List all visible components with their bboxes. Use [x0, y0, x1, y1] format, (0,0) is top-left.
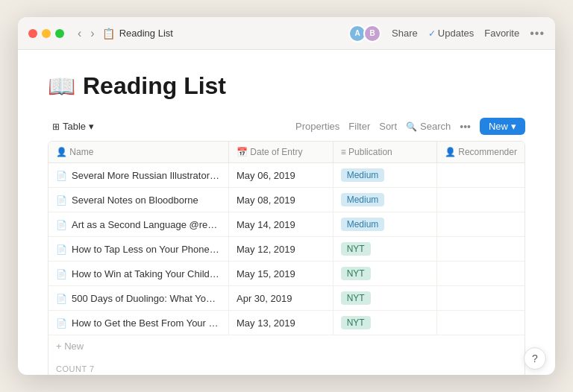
cell-name: 📄500 Days of Duolingo: What You Car — [48, 286, 229, 311]
help-button[interactable]: ? — [524, 347, 546, 370]
cell-publication: Medium — [333, 188, 436, 212]
table-row[interactable]: 📄500 Days of Duolingo: What You Car Apr … — [48, 286, 525, 311]
updates-label: Updates — [438, 28, 474, 39]
table-row[interactable]: 📄How to Tap Less on Your Phone (but May … — [48, 237, 525, 262]
minimize-button[interactable] — [42, 29, 51, 38]
cell-recommender — [436, 212, 525, 237]
titlebar-right: A B Share ✓ Updates Favorite ••• — [348, 25, 545, 42]
new-label: New — [489, 121, 508, 132]
cell-date: Apr 30, 2019 — [229, 286, 334, 311]
close-button[interactable] — [28, 29, 37, 38]
cell-publication: NYT — [333, 262, 436, 286]
page-title-text: Reading List — [83, 72, 226, 100]
count-row: COUNT 7 — [48, 357, 525, 375]
cell-name: 📄How to Get the Best From Your Imm — [48, 311, 229, 335]
cell-publication: Medium — [333, 212, 436, 237]
fullscreen-button[interactable] — [55, 29, 64, 38]
cell-date: May 13, 2019 — [229, 311, 334, 335]
table-header-row: 👤 Name 📅 Date of Entry ≡ Publication — [48, 142, 525, 163]
breadcrumb: 📋 Reading List — [102, 28, 173, 39]
cell-recommender — [436, 286, 525, 311]
search-icon: 🔍 — [406, 121, 417, 132]
app-window: ‹ › 📋 Reading List A B Share ✓ Updates F… — [18, 17, 555, 375]
name-col-icon: 👤 — [56, 147, 67, 157]
add-new-label: + New — [56, 341, 84, 352]
search-label: Search — [420, 121, 451, 132]
search-button[interactable]: 🔍 Search — [406, 121, 451, 132]
table-row[interactable]: 📄How to Win at Taking Your Child to V Ma… — [48, 262, 525, 286]
filter-button[interactable]: Filter — [348, 121, 370, 132]
favorite-button[interactable]: Favorite — [484, 28, 519, 39]
cell-recommender — [436, 163, 525, 188]
doc-icon: 📄 — [56, 318, 67, 329]
data-table: 👤 Name 📅 Date of Entry ≡ Publication — [48, 141, 525, 375]
updates-button[interactable]: ✓ Updates — [428, 28, 474, 39]
publication-badge: Medium — [341, 193, 385, 206]
doc-icon: 📄 — [56, 294, 67, 304]
cell-date: May 14, 2019 — [229, 212, 334, 237]
doc-icon: 📄 — [56, 171, 67, 181]
cell-name: 📄Art as a Second Language @remind t — [48, 212, 229, 237]
cell-publication: NYT — [333, 311, 436, 335]
breadcrumb-icon: 📋 — [102, 28, 115, 39]
cell-publication: NYT — [333, 237, 436, 262]
publication-badge: NYT — [341, 242, 371, 256]
doc-icon: 📄 — [56, 269, 67, 279]
cell-recommender — [436, 237, 525, 262]
forward-button[interactable]: › — [87, 25, 97, 42]
cell-name: 📄Several Notes on Bloodborne — [48, 188, 229, 212]
table-row[interactable]: 📄Art as a Second Language @remind t May … — [48, 212, 525, 237]
cell-date: May 06, 2019 — [229, 163, 334, 188]
col-header-name[interactable]: 👤 Name — [48, 142, 229, 163]
properties-button[interactable]: Properties — [295, 121, 339, 132]
titlebar: ‹ › 📋 Reading List A B Share ✓ Updates F… — [18, 17, 555, 50]
new-button[interactable]: New ▾ — [480, 118, 525, 135]
table-icon: ⊞ — [52, 121, 60, 132]
cell-name: 📄How to Tap Less on Your Phone (but — [48, 237, 229, 262]
cell-publication: Medium — [333, 163, 436, 188]
cell-publication: NYT — [333, 286, 436, 311]
col-header-publication[interactable]: ≡ Publication — [333, 142, 436, 163]
pub-col-icon: ≡ — [341, 147, 346, 157]
new-chevron-icon: ▾ — [511, 121, 516, 132]
publication-badge: Medium — [341, 168, 385, 182]
breadcrumb-text: Reading List — [119, 28, 173, 39]
cell-name: 📄How to Win at Taking Your Child to V — [48, 262, 229, 286]
col-header-date[interactable]: 📅 Date of Entry — [229, 142, 334, 163]
publication-badge: Medium — [341, 218, 385, 231]
table-view-button[interactable]: ⊞ Table ▾ — [48, 118, 98, 135]
publication-badge: NYT — [341, 316, 371, 329]
cell-date: May 15, 2019 — [229, 262, 334, 286]
doc-icon: 📄 — [56, 220, 67, 230]
avatar-2: B — [363, 25, 381, 42]
date-col-icon: 📅 — [237, 147, 248, 157]
sort-button[interactable]: Sort — [379, 121, 397, 132]
toolbar-more-button[interactable]: ••• — [460, 121, 471, 133]
publication-badge: NYT — [341, 291, 371, 305]
toolbar: ⊞ Table ▾ Properties Filter Sort 🔍 Searc… — [48, 118, 525, 135]
cell-recommender — [436, 188, 525, 212]
col-header-recommender[interactable]: 👤 Recommender — [436, 142, 525, 163]
table-label: Table — [63, 121, 86, 132]
nav-buttons: ‹ › — [75, 25, 98, 42]
more-button[interactable]: ••• — [530, 27, 545, 40]
add-new-row[interactable]: + New — [48, 335, 525, 357]
check-icon: ✓ — [428, 28, 436, 39]
cell-date: May 12, 2019 — [229, 237, 334, 262]
doc-icon: 📄 — [56, 244, 67, 255]
toolbar-left: ⊞ Table ▾ — [48, 118, 98, 135]
cell-recommender — [436, 311, 525, 335]
table-row[interactable]: 📄How to Get the Best From Your Imm May 1… — [48, 311, 525, 335]
table-row[interactable]: 📄Several More Russian Illustrators of I … — [48, 163, 525, 188]
traffic-lights — [28, 29, 64, 38]
table-row[interactable]: 📄Several Notes on Bloodborne May 08, 201… — [48, 188, 525, 212]
page-content: 📖 Reading List ⊞ Table ▾ Properties Filt… — [18, 50, 555, 375]
count-value: 7 — [90, 364, 95, 373]
chevron-down-icon: ▾ — [89, 121, 94, 132]
help-icon: ? — [532, 353, 538, 364]
count-label: COUNT — [56, 364, 87, 373]
rec-col-icon: 👤 — [445, 147, 456, 157]
back-button[interactable]: ‹ — [75, 25, 84, 42]
toolbar-right: Properties Filter Sort 🔍 Search ••• New … — [295, 118, 525, 135]
share-button[interactable]: Share — [392, 28, 418, 39]
